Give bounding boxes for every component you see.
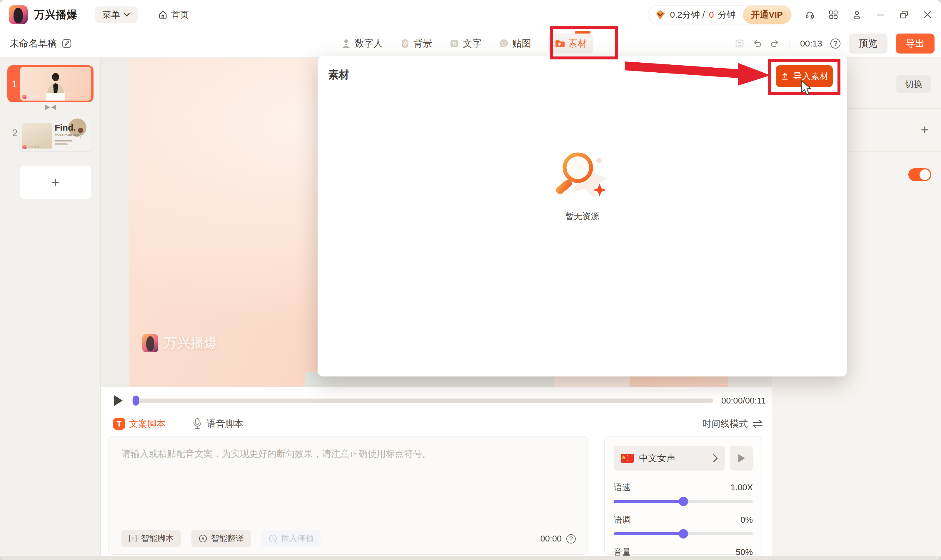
pitch-slider-handle[interactable] <box>679 529 688 538</box>
timeline-track[interactable] <box>132 398 713 403</box>
asset-tabs: 数字人 背景 TI 文字 贴图 素材 <box>341 29 594 58</box>
watermark-logo <box>142 334 158 352</box>
tab-label: 语音脚本 <box>207 418 243 430</box>
add-scene-button[interactable]: + <box>20 166 91 199</box>
swap-arrows-icon <box>752 419 763 428</box>
speed-value: 1.00X <box>730 483 753 492</box>
pitch-value: 0% <box>740 515 753 525</box>
menu-button[interactable]: 菜单 <box>95 6 138 23</box>
tab-copy-script[interactable]: T 文案脚本 <box>113 418 166 430</box>
minutes-unit: 分钟 <box>718 9 736 21</box>
tab-label: 文字 <box>463 37 482 50</box>
script-textarea[interactable] <box>121 448 576 521</box>
tab-voice-script[interactable]: 语音脚本 <box>192 418 243 430</box>
home-icon <box>158 10 168 19</box>
tab-label: 数字人 <box>355 37 383 50</box>
playback-bar: 00:00/00:11 <box>101 387 772 414</box>
avatar-icon <box>341 38 351 49</box>
watermark-logo <box>22 95 26 99</box>
script-help-icon[interactable]: ? <box>566 534 576 543</box>
close-icon[interactable] <box>923 10 932 19</box>
voice-preview-button[interactable] <box>730 446 753 471</box>
export-button[interactable]: 导出 <box>896 34 935 54</box>
script-tabs-row: T 文案脚本 语音脚本 时间线模式 <box>101 414 772 433</box>
empty-state: 暂无资源 <box>318 150 847 222</box>
redo-icon[interactable] <box>770 39 780 48</box>
speed-label: 语速 <box>614 482 631 494</box>
scene-2-title: Find. <box>55 123 76 133</box>
scene-item-2[interactable]: Find. Your Dream Home 万兴播爆 <box>20 116 92 151</box>
divider <box>148 9 148 20</box>
material-panel-title: 素材 <box>328 68 349 82</box>
voice-selector[interactable]: 中文女声 <box>614 446 725 471</box>
script-duration: 00:00 <box>540 534 562 543</box>
presenter-2-figure <box>74 126 88 150</box>
save-icon[interactable] <box>735 39 744 48</box>
play-button[interactable] <box>114 395 123 406</box>
vip-diamond-icon <box>654 9 666 21</box>
toggle-switch-on[interactable] <box>908 168 931 181</box>
smart-script-icon <box>129 534 137 543</box>
tab-sticker[interactable]: 贴图 <box>499 37 531 50</box>
thumbnail-watermark: 万兴播爆 <box>22 145 39 149</box>
account-icon[interactable] <box>852 10 862 19</box>
app-logo <box>9 5 28 24</box>
playback-time: 00:00/00:11 <box>721 396 766 406</box>
chevron-down-icon <box>123 13 130 17</box>
minutes-used: 0.2分钟 / <box>670 9 705 21</box>
play-icon <box>737 454 746 463</box>
svg-text:TI: TI <box>452 42 457 46</box>
import-material-button[interactable]: 导入素材 <box>776 65 833 87</box>
scene-item-1-selected[interactable]: 1 万兴播爆 <box>7 65 94 102</box>
brand-name: 万兴播爆 <box>34 8 78 22</box>
duration-help-icon[interactable]: ? <box>830 38 840 49</box>
bottom-panel: 00:00/00:11 T 文案脚本 语音脚本 时间线模式 智能脚本 <box>101 387 772 556</box>
divider <box>790 38 790 49</box>
material-panel: 素材 导入素材 暂无资源 <box>318 56 847 377</box>
background-icon <box>400 38 410 49</box>
minutes-pill[interactable]: 0.2分钟 / 0 分钟 开通VIP <box>648 5 792 25</box>
speed-slider-handle[interactable] <box>679 497 688 506</box>
undo-icon[interactable] <box>752 39 762 48</box>
scene-1-thumbnail: 万兴播爆 <box>20 67 91 101</box>
speed-slider[interactable] <box>614 500 753 503</box>
apps-grid-icon[interactable] <box>829 10 838 19</box>
translate-icon: A <box>198 534 207 543</box>
tab-material[interactable]: 素材 <box>548 34 594 54</box>
preview-button[interactable]: 预览 <box>849 34 887 54</box>
smart-translate-button[interactable]: A 智能翻译 <box>191 530 251 547</box>
minutes-zero: 0 <box>709 10 714 20</box>
document-title: 未命名草稿 <box>10 37 57 50</box>
thumbnail-watermark: 万兴播爆 <box>22 95 39 99</box>
sticker-icon <box>499 38 509 49</box>
add-button[interactable]: + <box>921 122 929 138</box>
editor-toolbar: 未命名草稿 数字人 背景 TI 文字 贴图 素材 <box>0 29 941 58</box>
home-button[interactable]: 首页 <box>158 9 189 21</box>
rename-icon[interactable] <box>62 38 72 49</box>
watermark-logo <box>22 145 26 149</box>
pitch-slider[interactable] <box>614 532 753 535</box>
pitch-label: 语调 <box>614 514 631 526</box>
minimize-icon[interactable] <box>876 10 885 19</box>
tab-label: 素材 <box>568 37 587 50</box>
restore-icon[interactable] <box>899 10 909 19</box>
text-line <box>55 143 68 145</box>
support-headset-icon[interactable] <box>805 10 815 19</box>
text-icon: TI <box>449 38 459 49</box>
svg-text:A: A <box>201 537 204 541</box>
tab-avatar[interactable]: 数字人 <box>341 37 383 50</box>
timeline-mode-button[interactable]: 时间线模式 <box>702 418 763 430</box>
tab-background[interactable]: 背景 <box>400 37 432 50</box>
timeline-handle[interactable] <box>132 395 139 406</box>
tab-text[interactable]: TI 文字 <box>449 37 482 50</box>
smart-script-button[interactable]: 智能脚本 <box>121 530 181 547</box>
transition-icon[interactable] <box>45 104 57 111</box>
timeline-mode-label: 时间线模式 <box>702 418 748 430</box>
empty-state-text: 暂无资源 <box>566 211 600 222</box>
no-resources-illustration <box>553 150 612 203</box>
window-bottom-edge <box>0 556 941 560</box>
switch-button[interactable]: 切换 <box>896 75 931 93</box>
tab-label: 贴图 <box>512 37 531 50</box>
tab-label: 背景 <box>414 37 432 50</box>
open-vip-button[interactable]: 开通VIP <box>743 6 791 24</box>
